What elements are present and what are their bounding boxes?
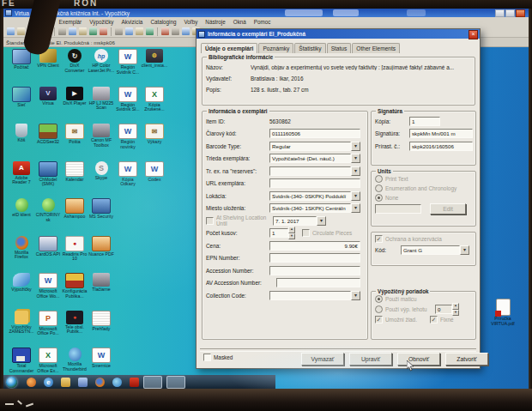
use-matrix-radio[interactable] <box>375 295 383 303</box>
dialog-titlebar[interactable]: Informácia o exemplári El_Produkčná × <box>196 29 480 39</box>
taskbar-media-app-icon[interactable] <box>27 378 36 387</box>
undo-icon[interactable] <box>89 27 97 35</box>
epn-input[interactable] <box>269 253 360 263</box>
desktop-icon-k-pia-odkazy[interactable]: WKópia Odkazy <box>114 161 142 187</box>
desktop-icon-v-po-i-ky[interactable]: Výpožičky <box>8 273 35 293</box>
code-select[interactable]: Grant G ▾ <box>401 245 469 255</box>
desktop-icon-regi-n-novinky[interactable]: WRegión novinky <box>114 124 142 149</box>
menu-cataloging[interactable]: Cataloging <box>150 19 176 25</box>
desktop-icon-microsoft-office-ex[interactable]: XMicrosoft Office Ex... <box>34 348 62 373</box>
shelving-date-select[interactable]: 7. 1. 2017 ▾ <box>273 216 326 226</box>
desktop-icon-microsoft-office-po[interactable]: PMicrosoft Office Po... <box>34 311 62 336</box>
chevron-down-icon[interactable]: ▾ <box>460 245 469 255</box>
print-text-radio[interactable] <box>375 175 383 183</box>
paste-icon[interactable] <box>79 27 87 35</box>
minimize-button[interactable] <box>495 9 505 17</box>
navigate-up-icon[interactable] <box>146 27 154 35</box>
item-class-select[interactable]: Vypožičateľné (Det. náuč.) ▾ <box>269 154 360 163</box>
desktop-icon-acdsee32[interactable]: ACDSee32 <box>34 124 62 145</box>
chevron-down-icon[interactable]: ▾ <box>351 203 360 213</box>
desktop-icon-tele-obsl-publik[interactable]: ●Tele obsl. Publik... <box>61 311 88 335</box>
tab-tatistiky[interactable]: Štatistiky <box>294 43 325 53</box>
loan-period-input[interactable]: 0 <box>435 305 452 314</box>
desktop-icon-canon-mf-toolbox[interactable]: Canon MF Toolbox <box>88 124 115 148</box>
desktop-icon-codex[interactable]: WCodex <box>141 161 168 183</box>
desktop-icon-preh-ady[interactable]: Prehľady <box>88 311 115 332</box>
edit-button[interactable]: Edit <box>430 203 466 215</box>
desktop-icon-ms-security[interactable]: MS Security <box>88 198 115 220</box>
chevron-down-icon[interactable]: ▾ <box>351 166 360 176</box>
pieces-stepper[interactable]: ▲▼ <box>288 227 295 239</box>
app-titlebar[interactable]: Virtua - El. Produkčná knižnica Int. - V… <box>3 9 529 17</box>
menu-akviz-cia[interactable]: Akvizícia <box>122 19 143 25</box>
menu-v-po-i-ky[interactable]: Výpožičky <box>89 19 113 25</box>
start-button[interactable] <box>6 377 17 388</box>
tab-pozn-mky[interactable]: Poznámky <box>258 43 293 53</box>
shelving-until-checkbox[interactable] <box>206 217 214 225</box>
desktop-icon-skype[interactable]: SSkype <box>88 161 115 181</box>
desktop-icon-v-kazy[interactable]: ✉Výkazy <box>141 124 168 145</box>
desktop-icon-regi-n-svidn-k-c[interactable]: WRegión Svidník C... <box>114 49 142 75</box>
chevron-down-icon[interactable]: ▾ <box>351 191 360 201</box>
desktop-icon-sie[interactable]: Sieť <box>8 87 35 108</box>
desktop-icon-k[interactable]: Kôš <box>8 124 35 143</box>
none-radio[interactable] <box>375 194 383 202</box>
copy-input[interactable]: 1 <box>409 117 440 126</box>
stop-icon[interactable] <box>161 27 169 35</box>
copy-icon[interactable] <box>69 27 76 35</box>
desktop-icon-regi-n-svidn-k-sl[interactable]: WRegión Svidník Sl... <box>114 87 142 112</box>
desktop-icon-readiris-pro-10[interactable]: ●Readiris Pro 10 <box>61 236 88 262</box>
desktop-icon-divx-player[interactable]: ▶DivX Player <box>61 87 88 106</box>
desktop-icon-client-insta[interactable]: ⚙client_insta... <box>141 49 168 69</box>
menu-okn[interactable]: Okná <box>233 19 246 25</box>
upravi-button[interactable]: Upraviť <box>349 353 392 366</box>
maximize-button[interactable] <box>505 9 515 17</box>
loan-period-radio[interactable] <box>375 305 383 313</box>
desktop-icon-mozilla-thunderbird[interactable]: Mozilla Thunderbird <box>61 348 88 372</box>
reserves-select[interactable]: ▾ <box>269 166 360 176</box>
av-accession-input[interactable] <box>276 278 360 287</box>
taskbar-skype-icon[interactable] <box>112 378 122 387</box>
desktop-icon-total-commander[interactable]: Total Commander <box>8 348 35 373</box>
url-input[interactable] <box>269 178 360 188</box>
menu-exempl-r[interactable]: Exemplár <box>59 19 82 25</box>
pieces-input[interactable]: 1 <box>269 228 288 238</box>
desktop-icon-eid-klient[interactable]: eID klient <box>8 198 35 218</box>
cut-icon[interactable] <box>58 27 66 35</box>
desktop-icon-hp-color-laserjet-pr[interactable]: hpHP Color LaserJet Pr... <box>88 49 115 73</box>
fixed-checkbox[interactable]: ✓ <box>430 316 438 323</box>
circulate-pieces-checkbox[interactable] <box>302 229 310 237</box>
desktop-icon-po-ta[interactable]: ✉Pošta <box>61 124 88 145</box>
chevron-down-icon[interactable]: ▾ <box>351 154 360 163</box>
desktop-icon-tla-iarne[interactable]: Tlačiarne <box>88 273 115 293</box>
open-icon[interactable] <box>17 27 25 35</box>
taskbar-photo-viewer-icon[interactable] <box>78 378 88 387</box>
chevron-down-icon[interactable]: ▾ <box>351 142 360 151</box>
chevron-down-icon[interactable]: ▾ <box>317 216 326 226</box>
desktop-icon-microsoft-office-wo[interactable]: WMicrosoft Office Wo... <box>34 273 62 299</box>
desktop-icon-adobe-reader-7[interactable]: AAdobe Reader 7 <box>8 161 35 185</box>
taskbar-windows-explorer-icon[interactable] <box>61 378 70 387</box>
desktop-icon-smernice[interactable]: WSmernice <box>88 348 115 369</box>
desktop-icon-cintoriny-sk[interactable]: CINTORINY sk <box>34 198 62 222</box>
desktop-icon-ashampoo[interactable]: Ashampoo <box>61 198 88 220</box>
tab-daje-o-exempl-ri[interactable]: Údaje o exemplári <box>201 43 257 53</box>
desktop-icon-v-po-i-ky-zamestn[interactable]: Výpožičky ZAMESTN... <box>8 311 35 335</box>
desktop-icon-divx-converter[interactable]: ↻DivX Converter <box>61 49 88 73</box>
masked-checkbox[interactable] <box>203 354 211 361</box>
vymaza-button[interactable]: Vymazať <box>301 353 344 366</box>
search-icon[interactable] <box>115 27 123 35</box>
barcode-type-select[interactable]: Regular ▾ <box>269 142 360 151</box>
taskbar-app-active[interactable] <box>166 376 185 389</box>
menu-vo-by[interactable]: Voľby <box>184 19 197 25</box>
list-view-icon[interactable] <box>172 27 179 35</box>
chevron-down-icon[interactable]: ▾ <box>351 291 360 300</box>
redo-icon[interactable] <box>100 27 107 35</box>
accession-no-input[interactable]: skpk2016/160506 <box>409 142 473 151</box>
refresh-icon[interactable] <box>136 27 143 35</box>
grid-view-icon[interactable] <box>182 27 190 35</box>
tab-other-elements[interactable]: Other Elements <box>352 43 400 53</box>
signature-input[interactable]: skpkMn Mn/001 m <box>409 129 473 138</box>
menu-n-stroje[interactable]: Nástroje <box>205 19 225 25</box>
storage-location-select[interactable]: Svidník-(340- 1SKPK) Centráln ▾ <box>269 203 360 213</box>
